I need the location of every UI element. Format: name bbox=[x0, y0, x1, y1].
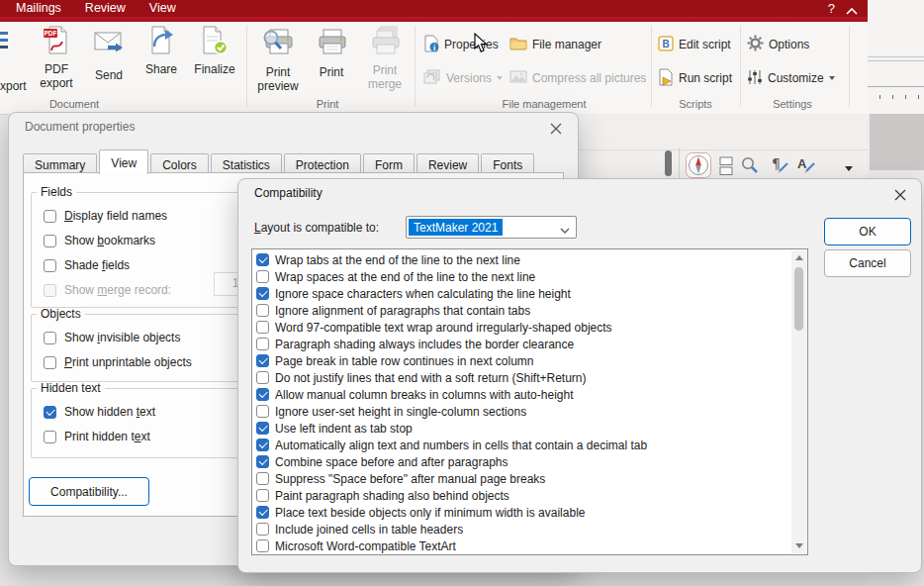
close-icon[interactable] bbox=[550, 123, 562, 135]
compat-option-row[interactable]: Page break in table row continues in nex… bbox=[252, 352, 807, 369]
compat-option-row[interactable]: Ignore space characters when calculating… bbox=[252, 285, 807, 302]
close-icon[interactable] bbox=[894, 189, 906, 201]
ribbon-separator bbox=[651, 26, 652, 107]
checkbox[interactable] bbox=[44, 332, 56, 344]
export-button[interactable]: xport bbox=[0, 79, 27, 93]
ribbon-tab-mailings[interactable]: Mailings bbox=[4, 0, 73, 17]
search-icon[interactable] bbox=[741, 156, 759, 177]
compat-option-row[interactable]: Automatically align text and numbers in … bbox=[252, 437, 807, 453]
panes-icon[interactable] bbox=[719, 156, 733, 179]
checkbox[interactable] bbox=[256, 539, 269, 552]
versions-button[interactable]: Versions bbox=[423, 67, 503, 89]
checkbox[interactable] bbox=[256, 270, 269, 283]
compat-option-row[interactable]: Ignore alignment of paragraphs that cont… bbox=[252, 302, 807, 319]
checkbox[interactable] bbox=[44, 406, 56, 419]
compat-option-row[interactable]: Wrap tabs at the end of the line to the … bbox=[252, 251, 807, 268]
checkbox-row[interactable]: Print hidden text bbox=[44, 427, 263, 446]
checkbox-row[interactable]: Display field names bbox=[44, 206, 263, 226]
doc-props-tabs: Summary View Colors Statistics Protectio… bbox=[23, 149, 536, 174]
ribbon-tab-view[interactable]: View bbox=[138, 0, 188, 17]
share-button[interactable]: Share bbox=[136, 25, 187, 102]
compat-option-row[interactable]: Allow manual column breaks in columns wi… bbox=[252, 386, 807, 403]
checkbox[interactable] bbox=[256, 439, 269, 451]
send-button[interactable]: Send bbox=[83, 25, 135, 102]
screen: Mailings Review View ? xport PDF bbox=[0, 0, 924, 586]
checkbox[interactable] bbox=[256, 489, 269, 502]
hidden-text-group: Hidden text Show hidden text Print hidde… bbox=[31, 381, 264, 458]
checkbox-row[interactable]: Show hidden text bbox=[44, 402, 263, 422]
checkbox[interactable] bbox=[44, 235, 56, 247]
checkbox[interactable] bbox=[256, 338, 269, 350]
checkbox[interactable] bbox=[256, 287, 269, 300]
print-preview-button[interactable]: Printpreview bbox=[249, 25, 307, 102]
compress-all-pictures-button[interactable]: Compress all pictures bbox=[509, 67, 646, 89]
run-script-button[interactable]: Run script bbox=[658, 67, 732, 89]
compat-option-row[interactable]: Paint paragraph shading also behind obje… bbox=[252, 487, 807, 504]
paragraph-format-icon[interactable]: ¶ bbox=[769, 153, 790, 178]
cancel-button[interactable]: Cancel bbox=[824, 249, 911, 277]
checkbox[interactable] bbox=[256, 354, 269, 367]
compat-option-row[interactable]: Microsoft Word-compatible TextArt bbox=[252, 537, 807, 554]
checkbox[interactable] bbox=[256, 304, 269, 317]
ribbon: Mailings Review View ? xport PDF bbox=[0, 0, 868, 115]
compat-option-row[interactable]: Combine space before and after paragraph… bbox=[252, 453, 807, 470]
character-format-icon[interactable]: A bbox=[795, 153, 817, 178]
checkbox[interactable] bbox=[256, 472, 269, 485]
toolbar-more-button[interactable] bbox=[845, 160, 853, 174]
compat-option-row[interactable]: Place text beside objects only if minimu… bbox=[252, 504, 807, 521]
checkbox[interactable] bbox=[256, 455, 269, 468]
ribbon-tab-review[interactable]: Review bbox=[73, 0, 138, 17]
compat-option-row[interactable]: Wrap spaces at the end of the line to th… bbox=[252, 268, 807, 285]
scrollbar-thumb[interactable] bbox=[794, 267, 803, 331]
checkbox[interactable] bbox=[256, 405, 269, 418]
checkbox[interactable] bbox=[256, 422, 269, 435]
scrollbar[interactable] bbox=[791, 250, 806, 553]
dialog-title: Document properties bbox=[25, 120, 135, 134]
checkbox-row[interactable]: Show bookmarks bbox=[44, 231, 263, 250]
options-button[interactable]: Options bbox=[747, 34, 809, 55]
svg-text:i: i bbox=[433, 43, 435, 51]
compat-options-list[interactable]: Wrap tabs at the end of the line to the … bbox=[251, 248, 808, 555]
checkbox[interactable] bbox=[256, 371, 269, 384]
navigation-compass-icon[interactable] bbox=[686, 152, 711, 181]
checkbox[interactable] bbox=[256, 506, 269, 519]
file-manager-button[interactable]: File manager bbox=[509, 34, 601, 55]
print-button[interactable]: Print bbox=[306, 25, 357, 102]
edit-script-button[interactable]: B Edit script bbox=[658, 34, 731, 55]
ribbon-separator bbox=[849, 26, 850, 107]
customize-button[interactable]: Customize bbox=[747, 67, 835, 89]
layout-compatible-select[interactable]: TextMaker 2021 bbox=[406, 216, 577, 239]
print-merge-button[interactable]: Printmerge bbox=[359, 25, 411, 102]
finalize-button[interactable]: Finalize bbox=[189, 25, 240, 102]
ok-button[interactable]: OK bbox=[824, 218, 911, 245]
checkbox[interactable] bbox=[44, 210, 56, 223]
checkbox[interactable] bbox=[256, 253, 269, 266]
compat-option-row[interactable]: Ignore user-set height in single-column … bbox=[252, 403, 807, 420]
compat-option-row[interactable]: Paragraph shading always includes the bo… bbox=[252, 336, 807, 352]
tab-view[interactable]: View bbox=[99, 149, 148, 174]
scroll-down-icon[interactable] bbox=[795, 543, 803, 548]
scroll-up-icon[interactable] bbox=[795, 255, 803, 260]
compat-option-row[interactable]: Do not justify lines that end with a sof… bbox=[252, 369, 807, 386]
checkbox[interactable] bbox=[256, 523, 269, 536]
checkbox-row[interactable]: Show invisible objects bbox=[44, 328, 263, 347]
sliders-icon bbox=[747, 69, 763, 88]
checkbox[interactable] bbox=[256, 321, 269, 334]
checkbox[interactable] bbox=[256, 388, 269, 401]
compat-option-row[interactable]: Word 97-compatible text wrap around irre… bbox=[252, 319, 807, 336]
checkbox[interactable] bbox=[44, 431, 56, 443]
compat-option-label: Word 97-compatible text wrap around irre… bbox=[275, 321, 612, 335]
scrollbar-thumb[interactable] bbox=[665, 150, 672, 176]
checkbox[interactable] bbox=[44, 356, 56, 369]
ribbon-tab-bar: Mailings Review View ? bbox=[0, 0, 868, 17]
checkbox-row[interactable]: Print unprintable objects bbox=[44, 352, 263, 372]
compat-option-row[interactable]: Use left indent as tab stop bbox=[252, 420, 807, 437]
help-icon[interactable]: ? bbox=[828, 0, 835, 17]
compat-option-row[interactable]: Include joined cells in table headers bbox=[252, 521, 807, 537]
compat-option-label: Allow manual column breaks in columns wi… bbox=[275, 388, 573, 402]
compat-option-row[interactable]: Suppress "Space before" after manual pag… bbox=[252, 470, 807, 487]
mouse-cursor bbox=[474, 33, 488, 56]
compatibility-button[interactable]: Compatibility... bbox=[29, 477, 149, 506]
pdf-export-button[interactable]: PDF PDFexport bbox=[31, 25, 82, 102]
checkbox[interactable] bbox=[44, 259, 56, 272]
